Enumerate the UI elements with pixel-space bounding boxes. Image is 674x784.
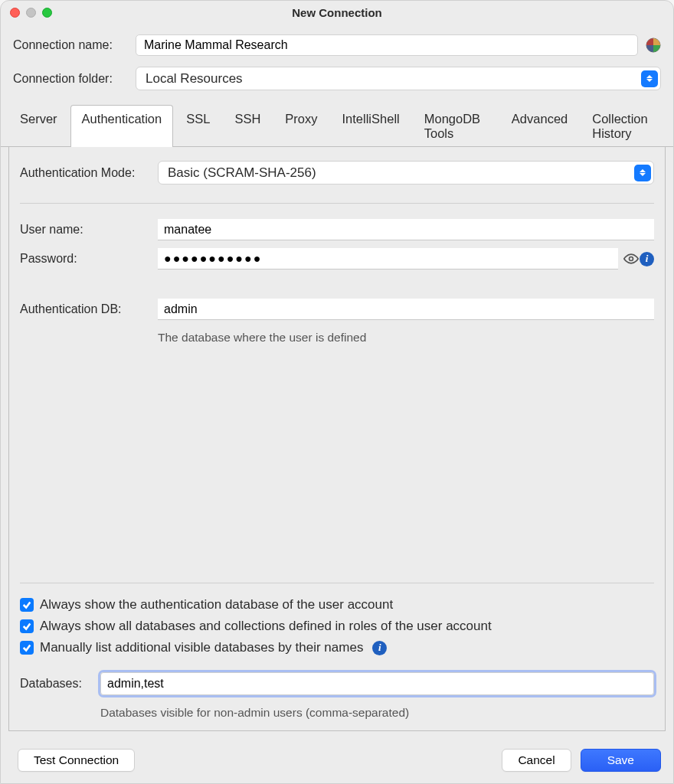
tab-ssh[interactable]: SSH — [223, 105, 272, 147]
password-input[interactable] — [158, 248, 618, 270]
checkbox-manual-dbs-label: Manually list additional visible databas… — [40, 640, 363, 655]
connection-name-input[interactable] — [136, 34, 638, 56]
username-input[interactable] — [158, 219, 654, 240]
username-label: User name: — [20, 223, 150, 237]
authentication-panel: Authentication Mode: Basic (SCRAM-SHA-25… — [8, 147, 666, 731]
save-button[interactable]: Save — [581, 749, 661, 772]
databases-help: Databases visible for non-admin users (c… — [100, 706, 654, 720]
tab-intellishell[interactable]: IntelliShell — [331, 105, 411, 147]
chevron-updown-icon — [634, 165, 651, 181]
tab-collection-history[interactable]: Collection History — [581, 105, 673, 147]
tab-authentication[interactable]: Authentication — [70, 105, 174, 147]
tab-ssl[interactable]: SSL — [175, 105, 221, 147]
titlebar: New Connection — [1, 1, 673, 24]
authdb-input[interactable] — [158, 299, 654, 320]
tab-server[interactable]: Server — [8, 105, 69, 147]
color-tag-icon[interactable] — [646, 38, 661, 53]
tabs-bar: Server Authentication SSL SSH Proxy Inte… — [1, 104, 673, 147]
window-title: New Connection — [1, 6, 673, 19]
password-label: Password: — [20, 252, 150, 266]
connection-name-label: Connection name: — [13, 38, 128, 52]
chevron-updown-icon — [641, 70, 658, 87]
bottom-bar: Test Connection Cancel Save — [1, 740, 673, 783]
connection-folder-label: Connection folder: — [13, 72, 128, 86]
checkbox-manual-dbs[interactable] — [20, 641, 34, 655]
authdb-help: The database where the user is defined — [158, 328, 654, 345]
visibility-options: Always show the authentication database … — [20, 583, 654, 720]
databases-label: Databases: — [20, 677, 93, 691]
authdb-label: Authentication DB: — [20, 302, 150, 316]
auth-mode-label: Authentication Mode: — [20, 166, 150, 180]
connection-folder-select[interactable]: Local Resources — [136, 67, 661, 90]
info-icon[interactable]: i — [640, 252, 654, 266]
connection-folder-value: Local Resources — [146, 71, 243, 87]
checkbox-show-authdb[interactable] — [20, 598, 34, 612]
new-connection-window: New Connection Connection name: Connecti… — [0, 0, 674, 784]
connection-top-fields: Connection name: Connection folder: Loca… — [1, 24, 673, 98]
tab-advanced[interactable]: Advanced — [500, 105, 579, 147]
auth-mode-select[interactable]: Basic (SCRAM-SHA-256) — [158, 161, 654, 185]
info-icon[interactable]: i — [372, 641, 387, 655]
divider — [20, 203, 654, 204]
tab-proxy[interactable]: Proxy — [273, 105, 329, 147]
checkbox-show-authdb-label: Always show the authentication database … — [40, 597, 393, 612]
svg-point-1 — [630, 257, 633, 261]
cancel-button[interactable]: Cancel — [502, 749, 571, 772]
databases-input[interactable] — [100, 672, 654, 695]
eye-icon[interactable] — [623, 250, 640, 267]
auth-mode-value: Basic (SCRAM-SHA-256) — [168, 165, 316, 181]
checkbox-show-role-dbs[interactable] — [20, 619, 34, 633]
checkbox-show-role-dbs-label: Always show all databases and collection… — [40, 619, 492, 634]
test-connection-button[interactable]: Test Connection — [18, 749, 135, 772]
tab-mongodb-tools[interactable]: MongoDB Tools — [413, 105, 499, 147]
